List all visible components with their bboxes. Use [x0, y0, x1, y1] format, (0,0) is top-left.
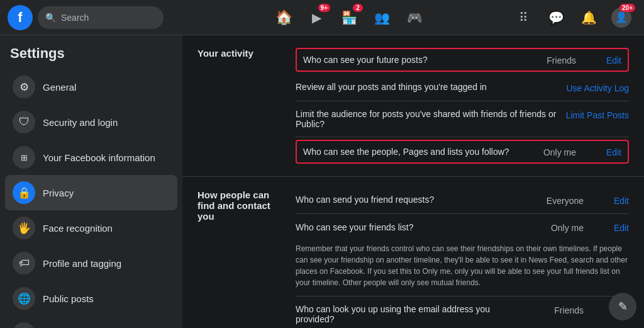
- sidebar-label-privacy: Privacy: [43, 188, 74, 198]
- friends-list-subtext: Remember that your friends control who c…: [296, 243, 629, 288]
- sidebar-title: Settings: [5, 45, 177, 69]
- notifications-btn[interactable]: 🔔: [574, 3, 604, 33]
- security-icon: 🛡: [13, 111, 35, 133]
- content-area: Your activity Who can see your future po…: [182, 35, 644, 328]
- sidebar-item-security[interactable]: 🛡 Security and login: [5, 105, 177, 140]
- sidebar-item-profile-tagging[interactable]: 🏷 Profile and tagging: [5, 246, 177, 281]
- topbar: f 🔍 Search 🏠 ▶ 9+ 🏪 2 👥 🎮 ⠿ 💬: [0, 0, 644, 35]
- find-contact-section: How people can find and contact you Who …: [182, 177, 644, 328]
- messenger-btn[interactable]: 💬: [541, 3, 571, 33]
- email-lookup-row: Who can look you up using the email addr…: [296, 297, 629, 328]
- topbar-center: 🏠 ▶ 9+ 🏪 2 👥 🎮: [190, 3, 508, 33]
- watch-icon: ▶: [312, 10, 321, 25]
- sidebar-item-public-posts[interactable]: 🌐 Public posts: [5, 281, 177, 316]
- sidebar-item-fb-info[interactable]: ⊞ Your Facebook information: [5, 140, 177, 175]
- friends-list-text: Who can see your friends list?: [296, 222, 526, 232]
- sidebar-label-public: Public posts: [43, 293, 94, 304]
- pages-follow-text: Who can see the people, Pages and lists …: [303, 147, 518, 157]
- friends-list-row: Who can see your friends list? Only me E…: [296, 214, 629, 297]
- nav-home[interactable]: 🏠: [269, 3, 299, 33]
- pages-follow-value: Only me: [526, 146, 576, 157]
- activity-log-action[interactable]: Use Activity Log: [566, 82, 629, 93]
- sidebar-label-profile: Profile and tagging: [43, 258, 121, 269]
- sidebar-item-blocking[interactable]: 🚫 Blocking: [5, 316, 177, 328]
- groups-icon: 👥: [374, 10, 390, 25]
- apps-grid-icon: ⠿: [519, 10, 528, 25]
- fb-info-icon: ⊞: [13, 146, 35, 169]
- blocking-icon: 🚫: [13, 322, 35, 328]
- floating-edit-button[interactable]: ✎: [609, 293, 636, 320]
- search-box[interactable]: 🔍 Search: [38, 6, 164, 29]
- limit-audience-text: Limit the audience for posts you've shar…: [296, 109, 558, 129]
- nav-gaming[interactable]: 🎮: [399, 3, 430, 33]
- notifications-icon: 🔔: [581, 10, 597, 25]
- public-posts-icon: 🌐: [13, 287, 35, 310]
- find-contact-content: Who can send you friend requests? Everyo…: [296, 187, 629, 328]
- edit-icon: ✎: [618, 300, 628, 314]
- future-posts-text: Who can see your future posts?: [303, 55, 518, 65]
- sidebar-label-security: Security and login: [43, 117, 118, 128]
- nav-marketplace[interactable]: 🏪 2: [334, 3, 364, 33]
- home-icon: 🏠: [275, 9, 292, 26]
- account-badge: 20+: [619, 4, 635, 12]
- review-posts-row: Review all your posts and things you're …: [296, 74, 629, 101]
- sidebar-item-privacy[interactable]: 🔒 Privacy: [5, 175, 177, 210]
- email-lookup-text: Who can look you up using the email addr…: [296, 304, 526, 324]
- friend-requests-edit[interactable]: Edit: [591, 195, 629, 206]
- review-posts-text: Review all your posts and things you're …: [296, 82, 558, 92]
- your-activity-label: Your activity: [197, 45, 286, 166]
- future-posts-edit[interactable]: Edit: [584, 54, 621, 65]
- friend-requests-value: Everyone: [533, 195, 584, 206]
- limit-audience-row: Limit the audience for posts you've shar…: [296, 101, 629, 137]
- marketplace-icon: 🏪: [341, 10, 357, 25]
- sidebar-label-face: Face recognition: [43, 223, 113, 234]
- general-icon: ⚙: [13, 76, 35, 98]
- search-placeholder: Search: [61, 13, 89, 23]
- topbar-right: ⠿ 💬 🔔 👤 20+: [508, 3, 636, 33]
- future-posts-value: Friends: [526, 54, 576, 65]
- privacy-icon: 🔒: [13, 181, 35, 204]
- friend-requests-row: Who can send you friend requests? Everyo…: [296, 187, 629, 214]
- search-icon: 🔍: [45, 13, 56, 23]
- your-activity-content: Who can see your future posts? Friends E…: [296, 45, 629, 166]
- find-contact-label: How people can find and contact you: [197, 187, 286, 328]
- main-layout: Settings ⚙ General 🛡 Security and login …: [0, 35, 644, 328]
- face-recognition-icon: 🖐: [13, 217, 35, 239]
- nav-groups[interactable]: 👥: [367, 3, 397, 33]
- future-posts-row: Who can see your future posts? Friends E…: [296, 48, 629, 72]
- account-menu-btn[interactable]: 👤 20+: [606, 3, 636, 33]
- sidebar-label-general: General: [43, 82, 76, 93]
- marketplace-badge: 2: [353, 4, 363, 12]
- friend-requests-text: Who can send you friend requests?: [296, 195, 526, 205]
- sidebar: Settings ⚙ General 🛡 Security and login …: [0, 35, 182, 328]
- friends-list-edit[interactable]: Edit: [591, 222, 629, 233]
- profile-tagging-icon: 🏷: [13, 252, 35, 274]
- gaming-icon: 🎮: [407, 10, 423, 25]
- topbar-left: f 🔍 Search: [8, 5, 190, 30]
- your-activity-section: Your activity Who can see your future po…: [182, 35, 644, 177]
- friends-list-value: Only me: [533, 222, 584, 233]
- watch-badge: 9+: [318, 4, 330, 12]
- apps-grid-btn[interactable]: ⠿: [508, 3, 538, 33]
- limit-past-posts-action[interactable]: Limit Past Posts: [566, 109, 629, 120]
- sidebar-item-face-recognition[interactable]: 🖐 Face recognition: [5, 210, 177, 246]
- pages-follow-row: Who can see the people, Pages and lists …: [296, 140, 629, 164]
- facebook-logo[interactable]: f: [8, 5, 33, 30]
- sidebar-item-general[interactable]: ⚙ General: [5, 69, 177, 105]
- messenger-icon: 💬: [548, 10, 564, 25]
- email-lookup-value: Friends: [533, 304, 584, 315]
- nav-watch[interactable]: ▶ 9+: [301, 3, 331, 33]
- sidebar-label-fb-info: Your Facebook information: [43, 152, 155, 163]
- pages-follow-edit[interactable]: Edit: [584, 146, 621, 157]
